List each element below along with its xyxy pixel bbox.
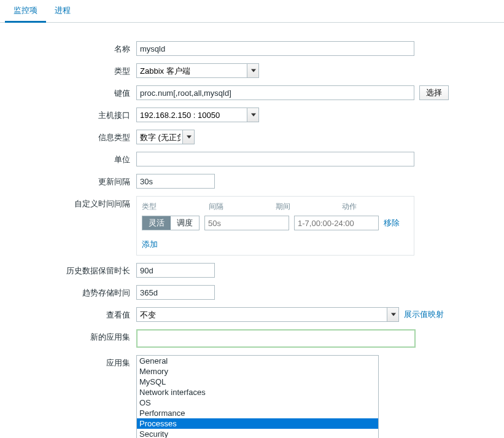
interval-head-period: 期间 xyxy=(276,201,343,212)
key-input[interactable] xyxy=(136,85,414,100)
label-show-value: 查看值 xyxy=(6,307,136,321)
interval-delay-input[interactable] xyxy=(204,216,289,230)
label-units: 单位 xyxy=(6,152,136,165)
item-form: 名称 类型 Zabbix 客户端 键值 选择 主机接口 192.168 xyxy=(0,23,504,438)
new-application-highlight xyxy=(136,329,416,348)
update-interval-input[interactable] xyxy=(136,174,215,189)
show-value-mappings-link[interactable]: 展示值映射 xyxy=(404,309,444,320)
list-item[interactable]: General xyxy=(137,356,378,366)
list-item[interactable]: OS xyxy=(137,397,378,408)
list-item[interactable]: Memory xyxy=(137,366,378,377)
type-select[interactable]: Zabbix 客户端 xyxy=(136,63,259,78)
interval-period-input[interactable] xyxy=(294,216,379,230)
new-application-input[interactable] xyxy=(139,332,413,345)
tabs-bar: 监控项 进程 xyxy=(0,0,504,23)
label-type: 类型 xyxy=(6,63,136,77)
list-item[interactable]: Security xyxy=(137,429,378,438)
interval-head-interval: 间隔 xyxy=(209,201,276,212)
label-applications: 应用集 xyxy=(6,355,136,369)
history-storage-input[interactable] xyxy=(136,263,215,278)
custom-intervals-box: 类型 间隔 期间 动作 灵活 调度 移除 添加 xyxy=(136,196,414,256)
list-item[interactable]: MySQL xyxy=(137,377,378,387)
toggle-flexible[interactable]: 灵活 xyxy=(142,216,171,230)
toggle-scheduling[interactable]: 调度 xyxy=(171,216,199,230)
label-key: 键值 xyxy=(6,85,136,99)
tab-item[interactable]: 监控项 xyxy=(5,0,46,23)
label-host-interface: 主机接口 xyxy=(6,108,136,121)
trend-storage-input[interactable] xyxy=(136,285,215,300)
select-button[interactable]: 选择 xyxy=(419,85,449,100)
list-item[interactable]: Performance xyxy=(137,408,378,418)
interval-add-link[interactable]: 添加 xyxy=(142,240,158,249)
interval-remove-link[interactable]: 移除 xyxy=(384,217,400,229)
show-value-select[interactable]: 不变 xyxy=(136,307,399,322)
list-item[interactable]: Network interfaces xyxy=(137,387,378,397)
label-new-application: 新的应用集 xyxy=(6,329,136,343)
label-update-interval: 更新间隔 xyxy=(6,174,136,187)
label-info-type: 信息类型 xyxy=(6,130,136,143)
list-item[interactable]: Processes xyxy=(137,418,378,429)
interval-head-action: 动作 xyxy=(342,201,409,212)
label-trend-storage: 趋势存储时间 xyxy=(6,285,136,299)
interval-type-toggle: 灵活 调度 xyxy=(142,216,200,230)
label-history-storage: 历史数据保留时长 xyxy=(6,263,136,276)
host-interface-select[interactable]: 192.168.2.150 : 10050 xyxy=(136,108,259,122)
units-input[interactable] xyxy=(136,152,414,166)
applications-listbox[interactable]: GeneralMemoryMySQLNetwork interfacesOSPe… xyxy=(136,355,379,438)
name-input[interactable] xyxy=(136,41,414,56)
label-custom-intervals: 自定义时间间隔 xyxy=(6,196,136,209)
label-name: 名称 xyxy=(6,41,136,55)
interval-head-type[interactable]: 类型 xyxy=(142,201,209,212)
tab-process[interactable]: 进程 xyxy=(46,0,79,22)
info-type-select[interactable]: 数字 (无正负) xyxy=(136,130,195,144)
